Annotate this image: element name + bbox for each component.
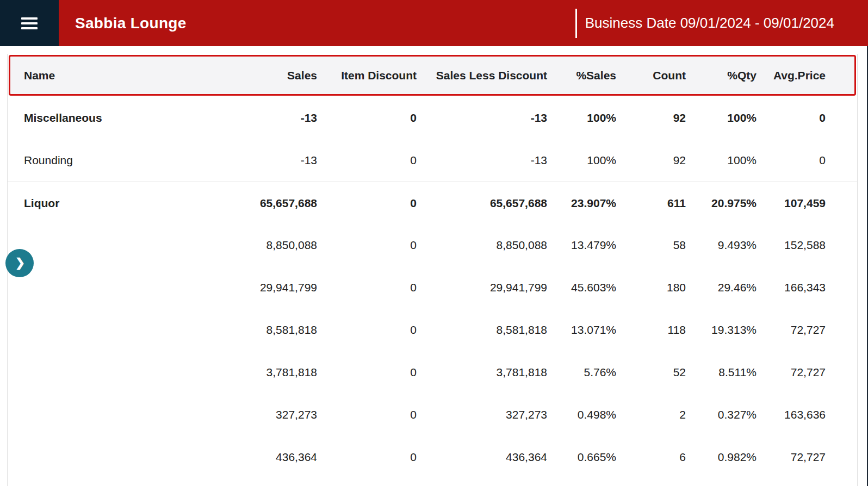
cell-avg_price: 152,588 (757, 239, 826, 252)
cell-pct_qty: 19.313% (686, 323, 757, 337)
cell-avg_price: 0 (757, 154, 826, 167)
column-header-sales[interactable]: Sales (219, 69, 317, 82)
table-row[interactable]: Miscellaneous-130-13100%92100%0 (8, 97, 857, 139)
table-row[interactable]: 436,3640436,3640.665%60.982%72,727 (8, 436, 857, 478)
cell-pct_sales: 100% (547, 111, 616, 124)
cell-pct_qty: 29.46% (686, 281, 757, 294)
appbar-divider (575, 9, 577, 38)
business-date-label[interactable]: Business Date 09/01/2024 - 09/01/2024 (585, 15, 834, 32)
cell-avg_price: 72,727 (757, 451, 826, 464)
cell-sales_less_discount: 3,781,818 (417, 366, 547, 379)
cell-count: 2 (616, 408, 686, 421)
column-header-count[interactable]: Count (616, 69, 686, 82)
cell-sales_less_discount: 65,657,688 (417, 197, 547, 210)
cell-pct_qty: 8.511% (686, 366, 757, 379)
business-date-section: Business Date 09/01/2024 - 09/01/2024 (575, 9, 868, 38)
cell-pct_sales: 45.603% (547, 281, 616, 294)
cell-item_discount: 0 (317, 408, 417, 421)
app-bar: Sabbia Lounge Business Date 09/01/2024 -… (0, 0, 868, 46)
cell-sales: 3,781,818 (219, 366, 317, 379)
cell-sales_less_discount: 8,581,818 (417, 323, 547, 337)
expand-panel-button[interactable]: ❯ (5, 249, 34, 277)
cell-count: 58 (616, 239, 686, 252)
cell-sales_less_discount: 29,941,799 (417, 281, 547, 294)
cell-pct_sales: 13.071% (547, 323, 616, 337)
cell-sales: 29,941,799 (219, 281, 317, 294)
cell-count: 92 (616, 154, 686, 167)
column-header-pct-sales[interactable]: %Sales (547, 69, 616, 82)
table-row[interactable]: 8,581,81808,581,81813.071%11819.313%72,7… (8, 309, 857, 351)
cell-count: 118 (616, 323, 686, 337)
cell-pct_sales: 23.907% (547, 197, 616, 210)
table-row[interactable]: 8,850,08808,850,08813.479%589.493%152,58… (8, 224, 857, 266)
cell-item_discount: 0 (317, 366, 417, 379)
cell-pct_sales: 13.479% (547, 239, 616, 252)
cell-pct_sales: 0.498% (547, 408, 616, 421)
cell-pct_qty: 100% (686, 154, 757, 167)
column-header-item-discount[interactable]: Item Discount (317, 69, 417, 82)
report-table: Name Sales Item Discount Sales Less Disc… (7, 54, 858, 486)
cell-sales: 8,581,818 (219, 323, 317, 337)
cell-sales: 8,850,088 (219, 239, 317, 252)
cell-avg_price: 72,727 (757, 323, 826, 337)
column-header-pct-qty[interactable]: %Qty (686, 69, 757, 82)
cell-pct_qty: 0.982% (686, 451, 757, 464)
cell-pct_sales: 0.665% (547, 451, 616, 464)
cell-count: 180 (616, 281, 686, 294)
cell-sales: -13 (219, 154, 317, 167)
cell-avg_price: 72,727 (757, 366, 826, 379)
cell-count: 6 (616, 451, 686, 464)
column-header-avg-price[interactable]: Avg.Price (757, 69, 826, 82)
cell-avg_price: 0 (757, 111, 826, 124)
table-row[interactable]: Rounding-130-13100%92100%0 (8, 139, 857, 182)
table-row[interactable]: Liquor65,657,688065,657,68823.907%61120.… (8, 182, 857, 224)
cell-avg_price: 163,636 (757, 408, 826, 421)
menu-button[interactable] (0, 0, 59, 46)
cell-count: 52 (616, 366, 686, 379)
cell-name: Rounding (24, 154, 219, 167)
cell-sales_less_discount: 8,850,088 (417, 239, 547, 252)
cell-pct_qty: 20.975% (686, 197, 757, 210)
cell-item_discount: 0 (317, 111, 417, 124)
cell-item_discount: 0 (317, 323, 417, 337)
table-header-row[interactable]: Name Sales Item Discount Sales Less Disc… (9, 55, 856, 96)
column-header-sales-less-discount[interactable]: Sales Less Discount (417, 69, 547, 82)
cell-name: Miscellaneous (24, 111, 219, 124)
cell-sales_less_discount: 327,273 (417, 408, 547, 421)
cell-pct_qty: 0.327% (686, 408, 757, 421)
table-row[interactable]: 3,781,81803,781,8185.76%528.511%72,727 (8, 351, 857, 394)
column-header-name[interactable]: Name (24, 69, 219, 82)
cell-sales: 436,364 (219, 451, 317, 464)
cell-item_discount: 0 (317, 281, 417, 294)
hamburger-icon (21, 17, 38, 29)
cell-pct_qty: 9.493% (686, 239, 757, 252)
table-body: Miscellaneous-130-13100%92100%0Rounding-… (8, 97, 857, 478)
table-row[interactable]: 327,2730327,2730.498%20.327%163,636 (8, 394, 857, 436)
cell-item_discount: 0 (317, 239, 417, 252)
cell-avg_price: 166,343 (757, 281, 826, 294)
cell-sales_less_discount: -13 (417, 154, 547, 167)
cell-name: Liquor (24, 197, 219, 210)
chevron-right-icon: ❯ (15, 257, 25, 269)
cell-avg_price: 107,459 (757, 197, 826, 210)
cell-count: 92 (616, 111, 686, 124)
page-title: Sabbia Lounge (75, 15, 187, 32)
cell-pct_qty: 100% (686, 111, 757, 124)
cell-item_discount: 0 (317, 451, 417, 464)
cell-count: 611 (616, 197, 686, 210)
table-row[interactable]: 29,941,799029,941,79945.603%18029.46%166… (8, 266, 857, 309)
cell-sales: 327,273 (219, 408, 317, 421)
cell-sales_less_discount: 436,364 (417, 451, 547, 464)
cell-sales: -13 (219, 111, 317, 124)
cell-sales_less_discount: -13 (417, 111, 547, 124)
cell-item_discount: 0 (317, 197, 417, 210)
cell-sales: 65,657,688 (219, 197, 317, 210)
cell-item_discount: 0 (317, 154, 417, 167)
cell-pct_sales: 5.76% (547, 366, 616, 379)
cell-pct_sales: 100% (547, 154, 616, 167)
